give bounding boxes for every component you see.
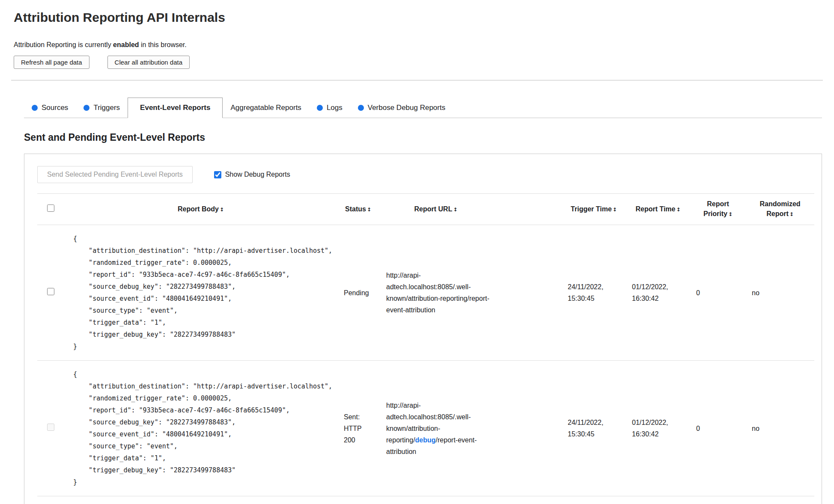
sort-icon: ↕ — [220, 207, 224, 213]
report-body-json: { "attribution_destination": "http://ara… — [66, 233, 335, 353]
trigger-time-cell: 24/11/2022, 15:30:45 — [562, 225, 626, 361]
spacer-column — [493, 194, 562, 225]
tab-label: Logs — [327, 104, 343, 112]
header-randomized-report[interactable]: Randomized Report↕ — [746, 194, 814, 225]
report-body-json: { "attribution_destination": "http://ara… — [66, 368, 335, 488]
report-row-pending: { "attribution_destination": "http://ara… — [37, 225, 814, 361]
show-debug-toggle: Show Debug Reports — [214, 171, 290, 178]
header-report-time[interactable]: Report Time↕ — [626, 194, 690, 225]
report-priority: 0 — [693, 287, 743, 299]
debug-highlight: debug — [415, 436, 436, 444]
row-select-cell — [37, 361, 64, 496]
report-status-cell: Sent: HTTP 200 — [338, 361, 378, 496]
status-prefix: Attribution Reporting is currently — [14, 41, 113, 48]
tab-verbose-debug-reports[interactable]: Verbose Debug Reports — [350, 98, 453, 118]
report-row-sent: { "attribution_destination": "http://ara… — [37, 361, 814, 496]
row-select-checkbox-disabled[interactable] — [47, 424, 54, 431]
tab-triggers[interactable]: Triggers — [76, 98, 128, 118]
table-footer-cell — [37, 496, 814, 504]
spacer-cell — [493, 225, 562, 361]
send-selected-button[interactable]: Send Selected Pending Event-Level Report… — [37, 166, 193, 183]
spacer-cell — [493, 361, 562, 496]
randomized-report-cell: no — [746, 361, 814, 496]
triggers-dot-icon — [83, 105, 89, 111]
report-url: http://arapi-adtech.localhost:8085/.well… — [381, 400, 491, 457]
page-title: Attribution Reporting API Internals — [14, 10, 823, 25]
report-time-cell: 01/12/2022, 16:30:42 — [626, 225, 690, 361]
sort-icon: ↕ — [676, 207, 681, 213]
clear-all-button[interactable]: Clear all attribution data — [107, 56, 190, 69]
top-button-row: Refresh all page data Clear all attribut… — [14, 56, 823, 69]
report-priority-cell: 0 — [690, 361, 746, 496]
status-enabled-label: enabled — [113, 41, 139, 48]
show-debug-checkbox[interactable] — [214, 171, 221, 178]
report-body-cell: { "attribution_destination": "http://ara… — [64, 225, 338, 361]
trigger-time: 24/11/2022, 15:30:45 — [564, 281, 623, 304]
row-select-cell — [37, 225, 64, 361]
panel-controls: Send Selected Pending Event-Level Report… — [37, 166, 809, 183]
main-content: Sources Triggers Event-Level Reports Agg… — [24, 98, 822, 504]
sources-dot-icon — [32, 105, 38, 111]
select-all-header — [37, 194, 64, 225]
tab-label: Sources — [42, 104, 68, 112]
reports-panel: Send Selected Pending Event-Level Report… — [24, 154, 822, 504]
sort-icon: ↕ — [728, 211, 733, 217]
tab-bar: Sources Triggers Event-Level Reports Agg… — [24, 98, 822, 118]
report-time: 01/12/2022, 16:30:42 — [628, 417, 688, 440]
status-text: Attribution Reporting is currently enabl… — [14, 41, 823, 49]
header-report-url[interactable]: Report URL↕ — [378, 194, 493, 225]
select-all-checkbox[interactable] — [47, 205, 54, 212]
header-trigger-time[interactable]: Trigger Time↕ — [562, 194, 626, 225]
divider — [11, 80, 823, 80]
tab-label: Triggers — [93, 104, 120, 112]
header-status[interactable]: Status↕ — [338, 194, 378, 225]
trigger-time: 24/11/2022, 15:30:45 — [564, 417, 623, 440]
sort-icon: ↕ — [789, 211, 794, 217]
header-report-body[interactable]: Report Body↕ — [64, 194, 338, 225]
report-url-cell: http://arapi-adtech.localhost:8085/.well… — [378, 225, 493, 361]
sort-icon: ↕ — [453, 207, 457, 213]
sort-icon: ↕ — [613, 207, 617, 213]
report-status: Sent: HTTP 200 — [340, 411, 368, 446]
report-body-cell: { "attribution_destination": "http://ara… — [64, 361, 338, 496]
report-status-cell: Pending — [338, 225, 378, 361]
tab-label: Verbose Debug Reports — [368, 104, 445, 112]
randomized-report: no — [748, 287, 812, 299]
logs-dot-icon — [317, 105, 323, 111]
report-status: Pending — [340, 287, 368, 299]
section-heading: Sent and Pending Event-Level Reports — [24, 132, 822, 143]
report-priority-cell: 0 — [690, 225, 746, 361]
verbose-debug-dot-icon — [358, 105, 364, 111]
randomized-report-cell: no — [746, 225, 814, 361]
tab-label: Event-Level Reports — [140, 104, 210, 112]
report-time-cell: 01/12/2022, 16:30:42 — [626, 361, 690, 496]
status-suffix: in this browser. — [139, 41, 187, 48]
show-debug-label: Show Debug Reports — [225, 171, 290, 178]
trigger-time-cell: 24/11/2022, 15:30:45 — [562, 361, 626, 496]
report-time: 01/12/2022, 16:30:42 — [628, 281, 688, 304]
tab-event-level-reports[interactable]: Event-Level Reports — [128, 98, 223, 118]
report-url: http://arapi-adtech.localhost:8085/.well… — [381, 270, 491, 316]
randomized-report: no — [748, 423, 812, 434]
tab-label: Aggregatable Reports — [230, 104, 301, 112]
report-url-cell: http://arapi-adtech.localhost:8085/.well… — [378, 361, 493, 496]
header-report-priority[interactable]: Report Priority↕ — [690, 194, 746, 225]
sort-icon: ↕ — [367, 207, 371, 213]
table-header-row: Report Body↕ Status↕ Report URL↕ Trigger… — [37, 194, 814, 225]
tab-logs[interactable]: Logs — [309, 98, 350, 118]
tab-sources[interactable]: Sources — [24, 98, 76, 118]
table-footer-row — [37, 496, 814, 504]
row-select-checkbox[interactable] — [47, 288, 54, 295]
refresh-all-button[interactable]: Refresh all page data — [14, 56, 89, 69]
tab-aggregatable-reports[interactable]: Aggregatable Reports — [223, 98, 309, 118]
reports-table: Report Body↕ Status↕ Report URL↕ Trigger… — [37, 193, 814, 504]
report-priority: 0 — [693, 423, 743, 434]
